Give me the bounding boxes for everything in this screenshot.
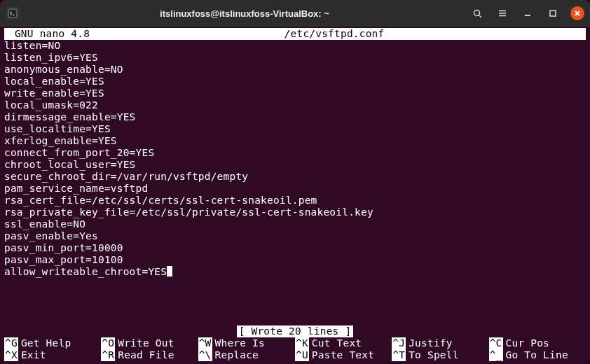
help-key: ^K — [295, 337, 309, 349]
help-item: ^KCut Text — [295, 337, 392, 349]
help-key: ^J — [392, 337, 406, 349]
help-item: ^UPaste Text — [295, 349, 392, 361]
cursor — [167, 266, 172, 276]
help-item: ^XExit — [4, 349, 101, 361]
editor-line[interactable]: pasv_max_port=10100 — [4, 254, 586, 266]
help-label: Justify — [406, 337, 453, 349]
menu-icon[interactable] — [495, 6, 510, 21]
editor-line[interactable]: pasv_min_port=10000 — [4, 242, 586, 254]
editor-line[interactable]: local_enable=YES — [4, 76, 586, 88]
nano-status-line: [ Wrote 20 lines ] — [4, 326, 586, 337]
help-label: Cur Pos — [503, 337, 550, 349]
help-row-1: ^GGet Help^OWrite Out^WWhere Is^KCut Tex… — [4, 337, 586, 349]
help-label: Paste Text — [309, 349, 374, 361]
help-label: Read File — [115, 349, 174, 361]
editor-line[interactable]: write_enable=YES — [4, 88, 586, 99]
editor-content[interactable]: listen=NOlisten_ipv6=YESanonymous_enable… — [4, 40, 586, 326]
help-item: ^JJustify — [392, 337, 488, 349]
editor-line[interactable]: ssl_enable=NO — [4, 218, 586, 230]
nano-status-text: [ Wrote 20 lines ] — [237, 326, 354, 337]
nano-header-right — [579, 28, 586, 40]
help-key: ^T — [392, 349, 406, 361]
help-label: Write Out — [115, 337, 174, 349]
editor-line[interactable]: rsa_private_key_file=/etc/ssl/private/ss… — [4, 206, 586, 218]
maximize-button[interactable] — [545, 6, 561, 21]
help-key: ^G — [4, 337, 18, 349]
help-key: ^O — [101, 337, 115, 349]
help-item: ^CCur Pos — [489, 337, 586, 349]
help-item: ^_Go To Line — [489, 349, 586, 361]
editor-line[interactable]: dirmessage_enable=YES — [4, 111, 586, 123]
editor-line[interactable]: listen_ipv6=YES — [4, 52, 586, 64]
svg-rect-8 — [550, 10, 556, 16]
nano-help: ^GGet Help^OWrite Out^WWhere Is^KCut Tex… — [4, 337, 586, 361]
editor-line[interactable]: pam_service_name=vsftpd — [4, 183, 586, 195]
editor-line[interactable]: use_localtime=YES — [4, 123, 586, 135]
editor-line[interactable]: pasv_enable=Yes — [4, 230, 586, 242]
help-key: ^\ — [198, 349, 212, 361]
terminal-body[interactable]: GNU nano 4.8 /etc/vsftpd.conf listen=NOl… — [0, 27, 590, 364]
editor-line[interactable]: connect_from_port_20=YES — [4, 147, 586, 159]
help-item: ^GGet Help — [4, 337, 101, 349]
help-label: To Spell — [406, 349, 458, 361]
help-label: Cut Text — [309, 337, 362, 349]
terminal-window: itslinuxfoss@itslinuxfoss-VirtualBox: ~ … — [0, 0, 590, 364]
window-title: itslinuxfoss@itslinuxfoss-VirtualBox: ~ — [20, 8, 469, 19]
editor-line[interactable]: local_umask=022 — [4, 99, 586, 111]
editor-line[interactable]: xferlog_enable=YES — [4, 135, 586, 147]
minimize-button[interactable] — [520, 6, 535, 21]
editor-line[interactable]: rsa_cert_file=/etc/ssl/certs/ssl-cert-sn… — [4, 195, 586, 206]
help-key: ^C — [489, 337, 503, 349]
svg-rect-0 — [8, 9, 17, 18]
search-icon[interactable] — [469, 6, 485, 21]
help-label: Replace — [212, 349, 259, 361]
help-label: Go To Line — [503, 349, 568, 361]
editor-line[interactable]: anonymous_enable=NO — [4, 64, 586, 76]
help-key: ^_ — [489, 349, 503, 361]
help-item: ^\Replace — [198, 349, 295, 361]
help-key: ^X — [4, 349, 18, 361]
help-key: ^R — [101, 349, 115, 361]
close-button[interactable] — [570, 6, 584, 20]
help-item: ^RRead File — [101, 349, 198, 361]
help-label: Where Is — [212, 337, 265, 349]
titlebar: itslinuxfoss@itslinuxfoss-VirtualBox: ~ — [0, 0, 590, 27]
svg-line-3 — [479, 15, 481, 18]
editor-line[interactable]: allow_writeable_chroot=YES — [4, 266, 586, 278]
editor-line[interactable]: chroot_local_user=YES — [4, 159, 586, 171]
help-label: Exit — [18, 349, 46, 361]
svg-point-2 — [474, 10, 479, 15]
titlebar-left — [6, 6, 20, 20]
help-item: ^TTo Spell — [392, 349, 488, 361]
titlebar-controls — [469, 6, 584, 21]
help-item: ^WWhere Is — [198, 337, 295, 349]
help-key: ^U — [295, 349, 309, 361]
nano-version: GNU nano 4.8 — [4, 28, 90, 40]
editor-line[interactable]: secure_chroot_dir=/var/run/vsftpd/empty — [4, 171, 586, 183]
terminal-icon[interactable] — [6, 6, 20, 20]
editor-line[interactable]: listen=NO — [4, 40, 586, 52]
help-label: Get Help — [18, 337, 71, 349]
help-row-2: ^XExit^RRead File^\Replace^UPaste Text^T… — [4, 349, 586, 361]
help-item: ^OWrite Out — [101, 337, 198, 349]
nano-header: GNU nano 4.8 /etc/vsftpd.conf — [4, 28, 586, 40]
help-key: ^W — [198, 337, 212, 349]
nano-filename: /etc/vsftpd.conf — [90, 28, 579, 40]
